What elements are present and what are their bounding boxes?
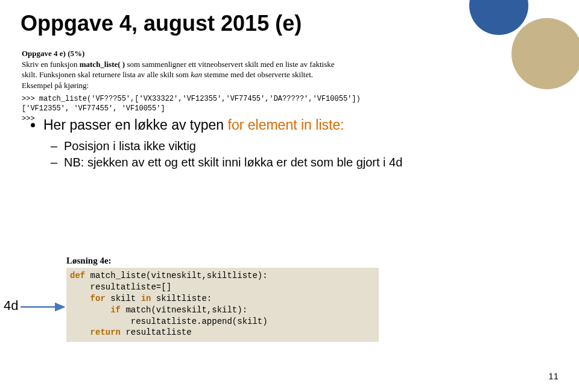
text: element [244,117,301,133]
keyword-in: in [141,294,151,303]
text: skilt. Funksjonen skal returnere lista a… [22,70,191,79]
text: stemme med det observerte skiltet. [202,70,313,79]
emph-kan: kan [191,70,202,79]
keyword-return: return [90,327,121,337]
code-text: skiltliste: [151,294,212,303]
keyword-def: def [70,271,85,280]
bullet-1: Her passer en løkke av typen for element… [43,116,526,171]
sub-bullet-1: Posisjon i lista ikke viktig [64,138,526,154]
keyword-if: if [110,305,121,315]
page-title: Oppgave 4, august 2015 (e) [21,11,302,36]
keyword-for: for [90,294,106,303]
code-text: resultatliste.append(skilt) [70,317,268,326]
text: som sammenligner ett vitneobservert skil… [125,60,334,69]
code-text: resultatliste [121,327,192,337]
code-text: resultatliste=[] [70,282,171,292]
text: liste: [312,117,344,133]
slide: Oppgave 4, august 2015 (e) Oppgave 4 e) … [0,0,579,392]
keyword-in: in [301,117,312,133]
text: Her passer en løkke av typen [43,117,228,133]
annotation-4d: 4d [4,298,18,314]
solution-code: def match_liste(vitneskilt,skiltliste): … [66,268,379,342]
problem-header: Oppgave 4 e) (5%) [22,48,552,59]
sub-bullet-2: NB: sjekken av ett og ett skilt inni løk… [64,154,526,171]
problem-line-3: Eksempel på kjøring: [22,80,552,91]
code-text: match(vitneskilt,skilt): [121,305,247,315]
func-name: match_liste( ) [80,60,125,69]
solution-label: Løsning 4e: [66,256,112,266]
keyword-for: for [228,117,244,133]
bullet-list: Her passer en løkke av typen for element… [31,116,526,171]
code-text: skilt [106,294,141,303]
arrow-icon [21,303,70,311]
problem-line-1: Skriv en funksjon match_liste( ) som sam… [22,59,552,70]
code-text: match_liste(vitneskilt,skiltliste): [85,271,267,280]
problem-statement: Oppgave 4 e) (5%) Skriv en funksjon matc… [22,48,552,124]
problem-line-2: skilt. Funksjonen skal returnere lista a… [22,69,552,80]
decor-circle-blue [469,0,528,35]
code-example-1: >>> match_liste('VF???55',['VX33322','VF… [22,94,552,104]
text: Skriv en funksjon [22,60,80,69]
code-example-2: ['VF12355', 'VF77455', 'VF10055'] [22,104,552,113]
page-number: 11 [548,371,558,381]
